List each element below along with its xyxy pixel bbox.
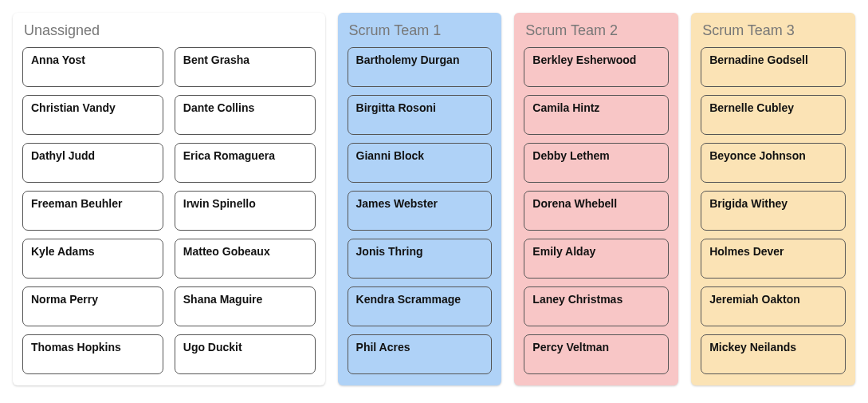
column-title: Scrum Team 3 xyxy=(702,22,846,39)
column-scrum-team-3[interactable]: Scrum Team 3 Bernadine Godsell Bernelle … xyxy=(691,13,855,385)
team-board: Unassigned Anna Yost Bent Grasha Christi… xyxy=(13,13,855,385)
person-card[interactable]: Freeman Beuhler xyxy=(22,191,163,231)
person-card[interactable]: Bernelle Cubley xyxy=(701,95,846,135)
person-name: Beyonce Johnson xyxy=(709,149,806,163)
person-name: Birgitta Rosoni xyxy=(356,101,436,115)
person-card[interactable]: Christian Vandy xyxy=(22,95,163,135)
column-title: Scrum Team 2 xyxy=(525,22,669,39)
person-name: Holmes Dever xyxy=(709,245,784,259)
card-list: Bartholemy Durgan Birgitta Rosoni Gianni… xyxy=(348,47,493,374)
person-card[interactable]: Laney Christmas xyxy=(524,286,669,326)
person-name: Phil Acres xyxy=(356,341,410,354)
person-name: Ugo Duckit xyxy=(183,341,242,354)
person-name: Kendra Scrammage xyxy=(356,293,461,306)
person-card[interactable]: Emily Alday xyxy=(524,239,669,279)
person-card[interactable]: Phil Acres xyxy=(348,334,493,374)
person-card[interactable]: Bent Grasha xyxy=(175,47,316,87)
person-card[interactable]: Kyle Adams xyxy=(22,239,163,279)
person-name: Debby Lethem xyxy=(532,149,609,163)
person-name: Brigida Withey xyxy=(709,197,787,211)
person-card[interactable]: Mickey Neilands xyxy=(701,334,846,374)
person-name: Laney Christmas xyxy=(532,293,623,306)
person-name: Bent Grasha xyxy=(183,53,249,67)
column-title: Unassigned xyxy=(24,22,316,39)
person-card[interactable]: Birgitta Rosoni xyxy=(348,95,493,135)
person-name: Bartholemy Durgan xyxy=(356,53,460,67)
person-card[interactable]: Debby Lethem xyxy=(524,143,669,183)
person-card[interactable]: Dante Collins xyxy=(175,95,316,135)
column-scrum-team-1[interactable]: Scrum Team 1 Bartholemy Durgan Birgitta … xyxy=(338,13,502,385)
person-card[interactable]: James Webster xyxy=(348,191,493,231)
column-title: Scrum Team 1 xyxy=(349,22,493,39)
person-name: Freeman Beuhler xyxy=(31,197,122,211)
card-list: Berkley Esherwood Camila Hintz Debby Let… xyxy=(524,47,669,374)
person-card[interactable]: Dathyl Judd xyxy=(22,143,163,183)
person-card[interactable]: Irwin Spinello xyxy=(175,191,316,231)
person-name: Emily Alday xyxy=(532,245,595,259)
person-name: Dorena Whebell xyxy=(532,197,617,211)
person-name: Dathyl Judd xyxy=(31,149,95,163)
person-card[interactable]: Matteo Gobeaux xyxy=(175,239,316,279)
person-name: Mickey Neilands xyxy=(709,341,796,354)
person-name: Norma Perry xyxy=(31,293,98,306)
person-name: Anna Yost xyxy=(31,53,85,67)
person-name: James Webster xyxy=(356,197,438,211)
person-card[interactable]: Norma Perry xyxy=(22,286,163,326)
person-card[interactable]: Holmes Dever xyxy=(701,239,846,279)
person-name: Erica Romaguera xyxy=(183,149,275,163)
person-name: Shana Maguire xyxy=(183,293,263,306)
person-name: Christian Vandy xyxy=(31,101,116,115)
person-name: Jonis Thring xyxy=(356,245,423,259)
person-card[interactable]: Kendra Scrammage xyxy=(348,286,493,326)
person-card[interactable]: Ugo Duckit xyxy=(175,334,316,374)
person-card[interactable]: Bartholemy Durgan xyxy=(348,47,493,87)
card-list: Anna Yost Bent Grasha Christian Vandy Da… xyxy=(22,47,316,374)
person-card[interactable]: Erica Romaguera xyxy=(175,143,316,183)
person-name: Dante Collins xyxy=(183,101,254,115)
person-name: Camila Hintz xyxy=(532,101,599,115)
person-card[interactable]: Shana Maguire xyxy=(175,286,316,326)
person-name: Gianni Block xyxy=(356,149,425,163)
person-card[interactable]: Beyonce Johnson xyxy=(701,143,846,183)
person-name: Bernadine Godsell xyxy=(709,53,808,67)
person-card[interactable]: Brigida Withey xyxy=(701,191,846,231)
person-card[interactable]: Gianni Block xyxy=(348,143,493,183)
person-name: Bernelle Cubley xyxy=(709,101,794,115)
person-card[interactable]: Bernadine Godsell xyxy=(701,47,846,87)
person-card[interactable]: Thomas Hopkins xyxy=(22,334,163,374)
person-card[interactable]: Jonis Thring xyxy=(348,239,493,279)
person-name: Kyle Adams xyxy=(31,245,95,259)
person-name: Irwin Spinello xyxy=(183,197,256,211)
person-name: Thomas Hopkins xyxy=(31,341,121,354)
person-name: Percy Veltman xyxy=(532,341,609,354)
person-name: Berkley Esherwood xyxy=(532,53,636,67)
person-card[interactable]: Camila Hintz xyxy=(524,95,669,135)
person-card[interactable]: Anna Yost xyxy=(22,47,163,87)
person-card[interactable]: Jeremiah Oakton xyxy=(701,286,846,326)
person-card[interactable]: Percy Veltman xyxy=(524,334,669,374)
person-name: Jeremiah Oakton xyxy=(709,293,800,306)
column-unassigned[interactable]: Unassigned Anna Yost Bent Grasha Christi… xyxy=(13,13,325,385)
person-name: Matteo Gobeaux xyxy=(183,245,270,259)
person-card[interactable]: Berkley Esherwood xyxy=(524,47,669,87)
column-scrum-team-2[interactable]: Scrum Team 2 Berkley Esherwood Camila Hi… xyxy=(514,13,678,385)
card-list: Bernadine Godsell Bernelle Cubley Beyonc… xyxy=(701,47,846,374)
person-card[interactable]: Dorena Whebell xyxy=(524,191,669,231)
